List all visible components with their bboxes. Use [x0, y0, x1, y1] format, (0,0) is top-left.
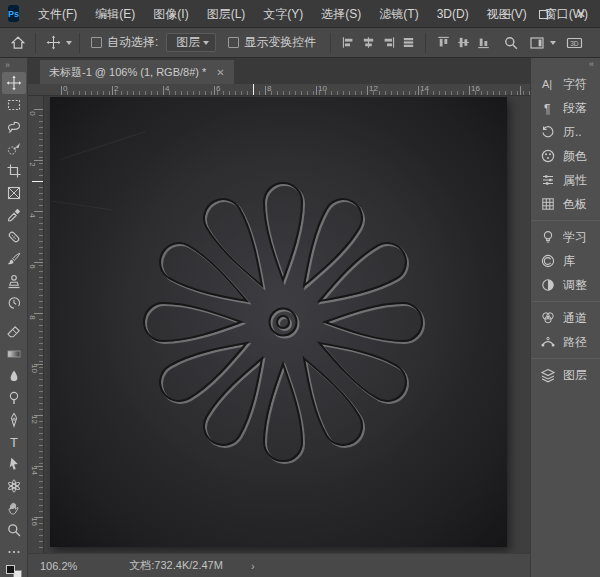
paths-icon	[540, 334, 556, 350]
panel-properties[interactable]: 属性	[531, 168, 600, 192]
gradient-tool[interactable]	[2, 343, 26, 365]
show-transform-checkbox[interactable]	[228, 37, 239, 48]
vertical-ruler[interactable]: 0 2 4 6 8 10 12 14 16	[28, 96, 44, 553]
dock-expand-button[interactable]: «	[531, 58, 600, 72]
panel-label: 字符	[563, 76, 587, 93]
panel-character[interactable]: A| 字符	[531, 72, 600, 96]
ruler-number: 16	[30, 517, 39, 526]
svg-text:T: T	[10, 435, 18, 450]
panel-libraries[interactable]: 库	[531, 249, 600, 273]
menu-layer[interactable]: 图层(L)	[198, 0, 255, 28]
dodge-tool[interactable]	[2, 387, 26, 409]
menu-file[interactable]: 文件(F)	[29, 0, 86, 28]
panel-learn[interactable]: 学习	[531, 225, 600, 249]
menu-3d[interactable]: 3D(D)	[428, 0, 478, 28]
path-selection-tool[interactable]	[2, 453, 26, 475]
align-left-icon[interactable]	[338, 33, 358, 53]
ruler-number: 6	[216, 84, 220, 93]
type-tool[interactable]: T	[2, 431, 26, 453]
menu-edit[interactable]: 编辑(E)	[86, 0, 144, 28]
panel-paths[interactable]: 路径	[531, 330, 600, 354]
status-options-chevron-icon[interactable]: ›	[251, 560, 255, 572]
spot-healing-brush-tool[interactable]	[2, 226, 26, 248]
toolstrip-collapse-button[interactable]: »	[0, 58, 27, 72]
frame-tool[interactable]	[2, 182, 26, 204]
search-icon[interactable]	[501, 33, 521, 53]
edit-toolbar-icon[interactable]	[2, 541, 26, 563]
workspace-switcher[interactable]	[527, 33, 556, 53]
canvas-area: 未标题-1 @ 106% (1, RGB/8#) * ✕ 0 2 4 6 8 1…	[28, 58, 530, 553]
distribute-icon[interactable]	[398, 33, 418, 53]
move-tool-preset[interactable]	[43, 33, 72, 53]
panel-label: 学习	[563, 229, 587, 246]
align-top-icon[interactable]	[433, 33, 453, 53]
ruler-ticks	[34, 109, 43, 553]
auto-select-checkbox[interactable]	[91, 37, 102, 48]
blur-tool[interactable]	[2, 365, 26, 387]
maximize-button[interactable]	[524, 0, 562, 28]
close-button[interactable]: ✕	[562, 0, 600, 28]
lasso-tool[interactable]	[2, 116, 26, 138]
chevron-down-icon	[66, 41, 72, 45]
history-brush-tool[interactable]	[2, 292, 26, 314]
document-size-info: 文档:732.4K/2.47M	[129, 558, 223, 573]
home-icon[interactable]	[8, 33, 28, 53]
panel-adjustments[interactable]: 调整	[531, 273, 600, 297]
move-tool-icon	[43, 33, 63, 53]
cursor-position-marker	[32, 181, 43, 182]
3d-mode-icon[interactable]: 3D	[564, 33, 584, 53]
menu-filter[interactable]: 滤镜(T)	[370, 0, 427, 28]
align-right-icon[interactable]	[378, 33, 398, 53]
custom-shape-tool[interactable]	[2, 475, 26, 497]
panel-history[interactable]: 历..	[531, 120, 600, 144]
object-selection-tool[interactable]	[2, 138, 26, 160]
menu-type[interactable]: 文字(Y)	[254, 0, 312, 28]
minimize-button[interactable]: —	[486, 0, 524, 28]
color-icon	[540, 148, 556, 164]
zoom-tool[interactable]	[2, 519, 26, 541]
document-tab[interactable]: 未标题-1 @ 106% (1, RGB/8#) * ✕	[40, 60, 234, 84]
ruler-number: 12	[30, 415, 39, 424]
dropdown-value: 图层	[176, 34, 200, 51]
panel-label: 颜色	[563, 148, 587, 165]
tab-close-icon[interactable]: ✕	[216, 67, 224, 78]
color-swatches[interactable]	[6, 565, 22, 577]
align-bottom-icon[interactable]	[473, 33, 493, 53]
rectangular-marquee-tool[interactable]	[2, 94, 26, 116]
auto-select-label: 自动选择:	[107, 34, 158, 51]
document-canvas[interactable]	[50, 97, 507, 547]
ruler-number: 0	[28, 111, 37, 115]
photoshop-app-icon: Ps	[8, 5, 19, 22]
pen-tool[interactable]	[2, 409, 26, 431]
foreground-color-swatch[interactable]	[6, 565, 15, 574]
ruler-number: 4	[165, 84, 169, 93]
swatches-icon	[540, 196, 556, 212]
hand-tool[interactable]	[2, 497, 26, 519]
channels-icon	[540, 310, 556, 326]
panel-color[interactable]: 颜色	[531, 144, 600, 168]
auto-select-target-dropdown[interactable]: 图层	[166, 33, 216, 52]
menu-image[interactable]: 图像(I)	[144, 0, 197, 28]
document-viewport[interactable]	[44, 96, 530, 553]
clone-stamp-tool[interactable]	[2, 270, 26, 292]
eraser-tool[interactable]	[2, 321, 26, 343]
panel-label: 色板	[563, 196, 587, 213]
brush-tool[interactable]	[2, 248, 26, 270]
zoom-level-field[interactable]: 106.2%	[40, 560, 77, 572]
panel-swatches[interactable]: 色板	[531, 192, 600, 216]
align-middle-icon[interactable]	[453, 33, 473, 53]
move-tool[interactable]	[2, 72, 26, 94]
horizontal-ruler[interactable]: 0 2 4 6 8 10 12 14 16	[28, 84, 530, 96]
align-center-h-icon[interactable]	[358, 33, 378, 53]
panel-label: 库	[563, 253, 575, 270]
panel-layers[interactable]: 图层	[531, 363, 600, 387]
ruler-number: 14	[420, 84, 429, 93]
tools-panel: » T	[0, 58, 28, 577]
eyedropper-tool[interactable]	[2, 204, 26, 226]
panel-paragraph[interactable]: ¶ 段落	[531, 96, 600, 120]
crop-tool[interactable]	[2, 160, 26, 182]
menu-select[interactable]: 选择(S)	[312, 0, 370, 28]
separator	[79, 33, 80, 53]
panel-channels[interactable]: 通道	[531, 306, 600, 330]
document-tab-bar: 未标题-1 @ 106% (1, RGB/8#) * ✕	[28, 58, 530, 84]
